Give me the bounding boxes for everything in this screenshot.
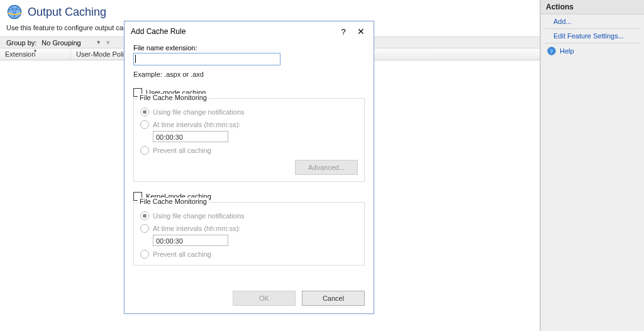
group-by-value: No Grouping (42, 39, 80, 47)
kernel-mode-radio-notify: Using file change notifications (140, 211, 358, 220)
advanced-button: Advanced... (295, 160, 358, 175)
user-mode-group-title: File Cache Monitoring (138, 94, 209, 101)
output-caching-icon (6, 4, 23, 20)
kernel-mode-group-title: File Cache Monitoring (138, 198, 209, 205)
user-mode-radio-notify: Using file change notifications (140, 108, 358, 116)
action-edit-feature-settings[interactable]: Edit Feature Settings... (541, 29, 644, 43)
dialog-title: Add Cache Rule (131, 27, 335, 36)
radio-icon (140, 146, 149, 155)
user-mode-radio-prevent: Prevent all caching (140, 146, 358, 155)
sort-asc-icon: ▴ (34, 47, 36, 53)
radio-icon (140, 250, 149, 259)
dialog-titlebar: Add Cache Rule ? ✕ (125, 21, 374, 43)
help-icon: ? (547, 47, 556, 55)
radio-icon (140, 224, 149, 233)
kernel-mode-radio-prevent: Prevent all caching (140, 250, 358, 259)
dialog-close-button[interactable]: ✕ (352, 25, 370, 38)
page-header: Output Caching (0, 0, 540, 23)
group-by-select[interactable]: No Grouping ▼ (39, 39, 103, 47)
column-extension[interactable]: ▴ Extension (0, 48, 71, 60)
file-extension-input[interactable] (133, 53, 280, 65)
cancel-button[interactable]: Cancel (302, 291, 365, 306)
file-extension-example: Example: .aspx or .axd (133, 70, 365, 78)
kernel-mode-radio-interval: At time intervals (hh:mm:ss): (140, 224, 358, 233)
actions-title: Actions (541, 0, 644, 14)
main-pane: Output Caching Use this feature to confi… (0, 0, 540, 331)
text-caret (135, 55, 136, 63)
user-mode-interval-input: 00:00:30 (153, 131, 228, 142)
action-add[interactable]: Add... (541, 14, 644, 28)
dialog-footer: OK Cancel (125, 286, 374, 313)
radio-icon (140, 108, 149, 116)
user-mode-groupbox: File Cache Monitoring Using file change … (133, 98, 365, 182)
action-help[interactable]: ? Help (541, 43, 644, 59)
radio-icon (140, 211, 149, 220)
svg-text:?: ? (550, 48, 553, 55)
group-by-label: Group by: (6, 39, 36, 47)
group-by-separator: ▾ (106, 38, 110, 47)
kernel-mode-interval-input: 00:00:30 (153, 235, 228, 246)
page-title: Output Caching (28, 6, 106, 19)
chevron-down-icon: ▼ (96, 40, 101, 45)
kernel-mode-groupbox: File Cache Monitoring Using file change … (133, 202, 365, 266)
file-extension-label: File name extension: (133, 44, 365, 52)
ok-button: OK (233, 291, 296, 306)
actions-pane: Actions Add... Edit Feature Settings... … (540, 0, 644, 331)
add-cache-rule-dialog: Add Cache Rule ? ✕ File name extension: … (124, 21, 374, 314)
user-mode-radio-interval: At time intervals (hh:mm:ss): (140, 120, 358, 129)
radio-icon (140, 120, 149, 129)
dialog-help-button[interactable]: ? (335, 25, 352, 38)
